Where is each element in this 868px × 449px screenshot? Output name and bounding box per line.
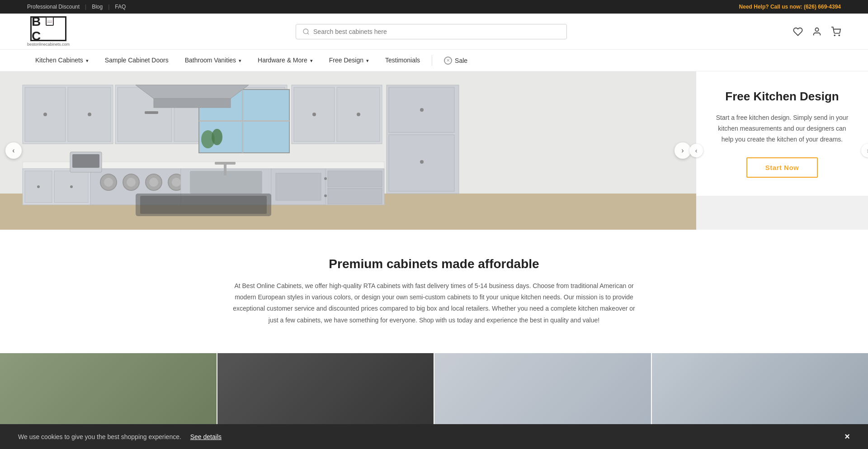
separator-2: | <box>108 4 109 10</box>
section-title: Premium cabinets made affordable <box>90 257 778 271</box>
svg-point-64 <box>324 177 327 180</box>
help-text: Need Help? Call us now: <box>739 4 802 10</box>
svg-point-46 <box>127 178 136 187</box>
nav-free-design[interactable]: Free Design <box>321 50 377 71</box>
nav-sample-cabinet-doors[interactable]: Sample Cabinet Doors <box>97 50 177 71</box>
svg-rect-58 <box>72 154 99 168</box>
top-bar: Professional Discount | Blog | FAQ Need … <box>0 0 868 14</box>
cookie-bar-text: We use cookies to give you the best shop… <box>18 433 222 440</box>
cart-icon <box>831 27 841 37</box>
logo[interactable]: B 📖 C bestonlinecabinets.com <box>27 16 70 47</box>
panel-left-arrow-icon: ‹ <box>695 147 698 154</box>
user-icon <box>812 27 822 37</box>
hero-next-button[interactable]: › <box>675 142 691 159</box>
top-bar-right: Need Help? Call us now: (626) 669-4394 <box>739 4 841 10</box>
header: B 📖 C bestonlinecabinets.com <box>0 14 868 50</box>
svg-point-41 <box>70 185 73 188</box>
kitchen-image <box>0 71 696 230</box>
blog-link[interactable]: Blog <box>92 4 103 10</box>
svg-point-3 <box>834 35 835 36</box>
hero-panel: Free Kitchen Design Start a free kitchen… <box>696 71 868 196</box>
cookie-see-details-link[interactable]: See details <box>190 433 222 440</box>
chevron-down-icon-4 <box>365 57 369 64</box>
svg-rect-16 <box>145 111 158 114</box>
nav-testimonials[interactable]: Testimonials <box>377 50 428 71</box>
svg-point-65 <box>324 194 327 197</box>
svg-point-28 <box>357 113 360 116</box>
svg-rect-35 <box>154 99 231 108</box>
svg-point-11 <box>88 113 91 116</box>
nav-divider <box>432 55 432 66</box>
svg-point-33 <box>420 160 424 164</box>
svg-rect-63 <box>328 188 382 204</box>
phone-number-highlight: (626) 669-4394 <box>804 4 841 10</box>
panel-prev-button[interactable]: ‹ <box>689 144 703 157</box>
svg-rect-21 <box>199 120 289 122</box>
svg-point-48 <box>149 178 158 187</box>
chevron-down-icon-2 <box>238 57 241 64</box>
free-design-description: Start a free kitchen design. Simply send… <box>714 113 850 145</box>
nav-kitchen-cabinets[interactable]: Kitchen Cabinets <box>27 50 97 71</box>
search-bar[interactable] <box>296 24 567 39</box>
hero-image-container: ‹ › <box>0 71 696 230</box>
heart-icon <box>793 27 803 37</box>
hero-prev-button[interactable]: ‹ <box>5 142 22 159</box>
svg-point-32 <box>420 108 424 112</box>
account-button[interactable] <box>812 27 822 37</box>
faq-link[interactable]: FAQ <box>115 4 126 10</box>
nav-sale[interactable]: ✕ Sale <box>436 57 476 65</box>
svg-point-27 <box>312 113 316 116</box>
top-bar-left: Professional Discount | Blog | FAQ <box>27 4 126 10</box>
nav-hardware-more[interactable]: Hardware & More <box>250 50 321 71</box>
hero-panel-container: ‹ Free Kitchen Design Start a free kitch… <box>696 71 868 230</box>
start-now-button[interactable]: Start Now <box>746 157 818 178</box>
svg-line-1 <box>307 33 309 34</box>
professional-discount-link[interactable]: Professional Discount <box>27 4 80 10</box>
section-description: At Best Online Cabinets, we offer high-q… <box>231 280 637 326</box>
hero-section: ‹ › ‹ Free Kitchen Design Start a free k… <box>0 71 868 230</box>
nav-bathroom-vanities[interactable]: Bathroom Vanities <box>177 50 250 71</box>
svg-point-0 <box>303 29 308 34</box>
right-arrow-icon: › <box>681 147 684 155</box>
svg-point-40 <box>37 185 40 188</box>
kitchen-svg <box>0 71 696 230</box>
cookie-close-button[interactable]: × <box>844 431 850 442</box>
content-section: Premium cabinets made affordable At Best… <box>0 230 868 353</box>
svg-point-50 <box>172 178 181 187</box>
search-icon <box>302 28 310 35</box>
search-input[interactable] <box>313 28 560 35</box>
svg-point-44 <box>104 178 113 187</box>
svg-point-10 <box>43 113 47 116</box>
cookie-message: We use cookies to give you the best shop… <box>18 433 181 440</box>
svg-point-2 <box>815 28 818 31</box>
sale-circle-icon: ✕ <box>444 57 452 65</box>
cart-button[interactable] <box>831 27 841 37</box>
chevron-down-icon-3 <box>309 57 313 64</box>
svg-rect-56 <box>276 173 321 200</box>
svg-marker-34 <box>136 85 249 99</box>
logo-letters: B 📖 C <box>32 14 65 43</box>
svg-rect-54 <box>215 162 236 165</box>
svg-point-23 <box>212 129 222 145</box>
chevron-down-icon <box>85 57 89 64</box>
svg-point-4 <box>839 35 840 36</box>
free-design-title: Free Kitchen Design <box>725 90 839 104</box>
header-icons <box>793 27 841 37</box>
wishlist-button[interactable] <box>793 27 803 37</box>
svg-rect-62 <box>328 171 382 187</box>
svg-rect-60 <box>140 196 267 214</box>
logo-box: B 📖 C <box>30 16 66 41</box>
separator-1: | <box>85 4 86 10</box>
left-arrow-icon: ‹ <box>12 147 14 155</box>
main-nav: Kitchen Cabinets Sample Cabinet Doors Ba… <box>0 50 868 71</box>
cookie-bar: We use cookies to give you the best shop… <box>0 424 868 449</box>
